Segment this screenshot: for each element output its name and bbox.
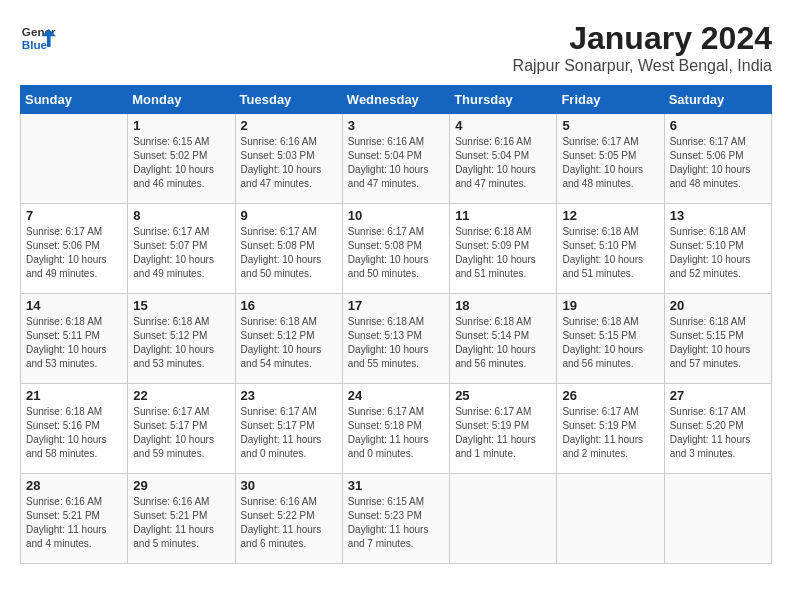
day-info: Sunrise: 6:18 AM Sunset: 5:15 PM Dayligh… [562,315,658,371]
day-cell: 16Sunrise: 6:18 AM Sunset: 5:12 PM Dayli… [235,294,342,384]
day-cell: 24Sunrise: 6:17 AM Sunset: 5:18 PM Dayli… [342,384,449,474]
column-header-monday: Monday [128,86,235,114]
day-info: Sunrise: 6:17 AM Sunset: 5:18 PM Dayligh… [348,405,444,461]
day-info: Sunrise: 6:18 AM Sunset: 5:10 PM Dayligh… [670,225,766,281]
column-header-sunday: Sunday [21,86,128,114]
day-number: 14 [26,298,122,313]
day-cell: 20Sunrise: 6:18 AM Sunset: 5:15 PM Dayli… [664,294,771,384]
day-cell: 7Sunrise: 6:17 AM Sunset: 5:06 PM Daylig… [21,204,128,294]
day-number: 12 [562,208,658,223]
day-number: 31 [348,478,444,493]
day-cell: 14Sunrise: 6:18 AM Sunset: 5:11 PM Dayli… [21,294,128,384]
day-cell: 31Sunrise: 6:15 AM Sunset: 5:23 PM Dayli… [342,474,449,564]
day-cell: 6Sunrise: 6:17 AM Sunset: 5:06 PM Daylig… [664,114,771,204]
day-number: 21 [26,388,122,403]
day-number: 22 [133,388,229,403]
day-number: 28 [26,478,122,493]
day-info: Sunrise: 6:18 AM Sunset: 5:12 PM Dayligh… [133,315,229,371]
calendar-subtitle: Rajpur Sonarpur, West Bengal, India [513,57,772,75]
day-cell: 10Sunrise: 6:17 AM Sunset: 5:08 PM Dayli… [342,204,449,294]
day-number: 3 [348,118,444,133]
day-info: Sunrise: 6:15 AM Sunset: 5:02 PM Dayligh… [133,135,229,191]
day-cell: 12Sunrise: 6:18 AM Sunset: 5:10 PM Dayli… [557,204,664,294]
calendar-table: SundayMondayTuesdayWednesdayThursdayFrid… [20,85,772,564]
day-number: 4 [455,118,551,133]
week-row-1: 1Sunrise: 6:15 AM Sunset: 5:02 PM Daylig… [21,114,772,204]
day-info: Sunrise: 6:17 AM Sunset: 5:06 PM Dayligh… [670,135,766,191]
day-info: Sunrise: 6:16 AM Sunset: 5:03 PM Dayligh… [241,135,337,191]
day-info: Sunrise: 6:17 AM Sunset: 5:19 PM Dayligh… [455,405,551,461]
week-row-4: 21Sunrise: 6:18 AM Sunset: 5:16 PM Dayli… [21,384,772,474]
day-info: Sunrise: 6:15 AM Sunset: 5:23 PM Dayligh… [348,495,444,551]
week-row-3: 14Sunrise: 6:18 AM Sunset: 5:11 PM Dayli… [21,294,772,384]
day-info: Sunrise: 6:18 AM Sunset: 5:10 PM Dayligh… [562,225,658,281]
day-cell: 29Sunrise: 6:16 AM Sunset: 5:21 PM Dayli… [128,474,235,564]
logo-icon: General Blue [20,20,56,56]
day-cell [450,474,557,564]
day-info: Sunrise: 6:18 AM Sunset: 5:09 PM Dayligh… [455,225,551,281]
day-info: Sunrise: 6:17 AM Sunset: 5:20 PM Dayligh… [670,405,766,461]
column-header-thursday: Thursday [450,86,557,114]
column-header-wednesday: Wednesday [342,86,449,114]
day-cell: 21Sunrise: 6:18 AM Sunset: 5:16 PM Dayli… [21,384,128,474]
day-cell: 26Sunrise: 6:17 AM Sunset: 5:19 PM Dayli… [557,384,664,474]
page-header: General Blue January 2024 Rajpur Sonarpu… [20,20,772,75]
header-row: SundayMondayTuesdayWednesdayThursdayFrid… [21,86,772,114]
day-cell: 1Sunrise: 6:15 AM Sunset: 5:02 PM Daylig… [128,114,235,204]
day-number: 20 [670,298,766,313]
day-info: Sunrise: 6:16 AM Sunset: 5:22 PM Dayligh… [241,495,337,551]
day-cell: 13Sunrise: 6:18 AM Sunset: 5:10 PM Dayli… [664,204,771,294]
day-info: Sunrise: 6:18 AM Sunset: 5:12 PM Dayligh… [241,315,337,371]
day-info: Sunrise: 6:18 AM Sunset: 5:15 PM Dayligh… [670,315,766,371]
day-number: 24 [348,388,444,403]
day-number: 18 [455,298,551,313]
day-cell: 25Sunrise: 6:17 AM Sunset: 5:19 PM Dayli… [450,384,557,474]
day-cell: 4Sunrise: 6:16 AM Sunset: 5:04 PM Daylig… [450,114,557,204]
column-header-saturday: Saturday [664,86,771,114]
day-number: 7 [26,208,122,223]
day-cell: 19Sunrise: 6:18 AM Sunset: 5:15 PM Dayli… [557,294,664,384]
title-block: January 2024 Rajpur Sonarpur, West Benga… [513,20,772,75]
day-number: 17 [348,298,444,313]
day-cell: 8Sunrise: 6:17 AM Sunset: 5:07 PM Daylig… [128,204,235,294]
day-cell [557,474,664,564]
day-number: 19 [562,298,658,313]
day-cell: 11Sunrise: 6:18 AM Sunset: 5:09 PM Dayli… [450,204,557,294]
day-cell: 22Sunrise: 6:17 AM Sunset: 5:17 PM Dayli… [128,384,235,474]
week-row-5: 28Sunrise: 6:16 AM Sunset: 5:21 PM Dayli… [21,474,772,564]
day-number: 2 [241,118,337,133]
day-info: Sunrise: 6:16 AM Sunset: 5:04 PM Dayligh… [455,135,551,191]
day-info: Sunrise: 6:17 AM Sunset: 5:08 PM Dayligh… [348,225,444,281]
day-number: 9 [241,208,337,223]
day-number: 15 [133,298,229,313]
day-number: 13 [670,208,766,223]
day-info: Sunrise: 6:18 AM Sunset: 5:13 PM Dayligh… [348,315,444,371]
calendar-title: January 2024 [513,20,772,57]
day-number: 8 [133,208,229,223]
day-cell: 28Sunrise: 6:16 AM Sunset: 5:21 PM Dayli… [21,474,128,564]
day-cell: 18Sunrise: 6:18 AM Sunset: 5:14 PM Dayli… [450,294,557,384]
day-cell: 17Sunrise: 6:18 AM Sunset: 5:13 PM Dayli… [342,294,449,384]
day-info: Sunrise: 6:18 AM Sunset: 5:16 PM Dayligh… [26,405,122,461]
day-number: 5 [562,118,658,133]
day-number: 6 [670,118,766,133]
day-cell: 9Sunrise: 6:17 AM Sunset: 5:08 PM Daylig… [235,204,342,294]
day-number: 29 [133,478,229,493]
day-info: Sunrise: 6:16 AM Sunset: 5:21 PM Dayligh… [26,495,122,551]
day-info: Sunrise: 6:18 AM Sunset: 5:11 PM Dayligh… [26,315,122,371]
svg-text:Blue: Blue [22,38,48,51]
week-row-2: 7Sunrise: 6:17 AM Sunset: 5:06 PM Daylig… [21,204,772,294]
day-cell: 2Sunrise: 6:16 AM Sunset: 5:03 PM Daylig… [235,114,342,204]
day-info: Sunrise: 6:17 AM Sunset: 5:05 PM Dayligh… [562,135,658,191]
day-info: Sunrise: 6:17 AM Sunset: 5:17 PM Dayligh… [133,405,229,461]
day-number: 26 [562,388,658,403]
day-cell: 27Sunrise: 6:17 AM Sunset: 5:20 PM Dayli… [664,384,771,474]
day-number: 16 [241,298,337,313]
day-cell [664,474,771,564]
column-header-tuesday: Tuesday [235,86,342,114]
day-number: 27 [670,388,766,403]
day-cell: 5Sunrise: 6:17 AM Sunset: 5:05 PM Daylig… [557,114,664,204]
day-number: 1 [133,118,229,133]
day-info: Sunrise: 6:18 AM Sunset: 5:14 PM Dayligh… [455,315,551,371]
day-number: 25 [455,388,551,403]
